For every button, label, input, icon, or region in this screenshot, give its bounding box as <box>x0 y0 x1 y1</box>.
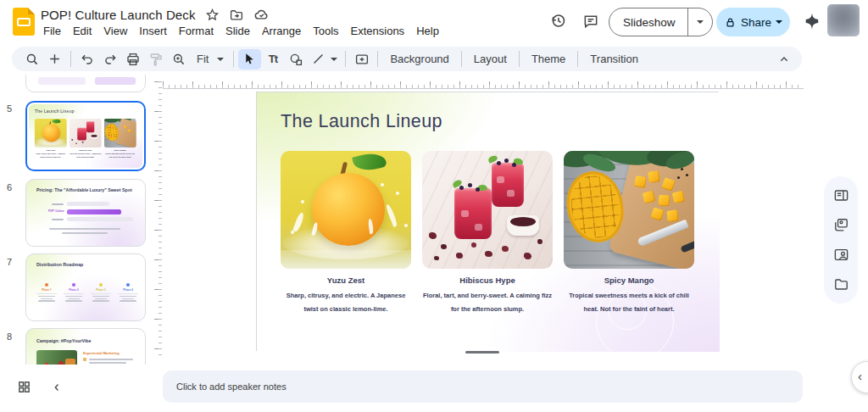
thumb6-bar2 <box>67 209 121 214</box>
text-box-icon: Tt <box>269 53 277 65</box>
print-icon[interactable] <box>121 49 144 70</box>
comments-icon[interactable] <box>582 13 599 30</box>
product-description[interactable]: Sharp, citrusy, and electric. A Japanese… <box>281 289 411 316</box>
image-search-icon[interactable] <box>833 247 849 263</box>
menu-help[interactable]: Help <box>410 23 445 39</box>
product-card-mango[interactable]: Spicy Mango Tropical sweetness meets a k… <box>564 151 694 316</box>
thumb5-card-hibiscus: Hibiscus Hype Floral, tart, and berry-sw… <box>70 119 102 159</box>
thumb5-preview: The Launch Lineup Yuzu Zest Sharp, citru… <box>29 104 142 168</box>
product-description[interactable]: Floral, tart, and berry-sweet. A calming… <box>422 289 553 316</box>
berry <box>512 163 516 167</box>
slide-thumbnail-8[interactable]: Campaign: #PopYourVibe Experiential Mark… <box>25 328 146 365</box>
product-name[interactable]: Yuzu Zest <box>281 276 411 285</box>
slideshow-button[interactable]: Slideshow <box>609 8 713 36</box>
menu-file[interactable]: File <box>37 23 67 39</box>
menu-bar: File Edit View Insert Format Slide Arran… <box>37 23 445 39</box>
thumb5-title: The Launch Lineup <box>35 109 75 114</box>
layout-button[interactable]: Layout <box>466 53 515 65</box>
speaker-notes[interactable]: Click to add speaker notes <box>163 370 803 403</box>
slide-filmstrip[interactable]: 5 The Launch Lineup Yuzu Zest Sharp, cit… <box>0 75 153 365</box>
product-card-yuzu[interactable]: Yuzu Zest Sharp, citrusy, and electric. … <box>281 151 411 316</box>
product-description[interactable]: Tropical sweetness meets a kick of chili… <box>564 289 694 316</box>
yuzu-image[interactable] <box>281 151 411 269</box>
new-slide-plus-icon[interactable] <box>43 49 66 70</box>
select-cursor-tool[interactable] <box>238 49 261 70</box>
slide-6-number: 6 <box>7 182 12 192</box>
search-menus-icon[interactable] <box>20 49 43 70</box>
menu-format[interactable]: Format <box>173 23 220 39</box>
current-slide[interactable]: The Launch Lineup <box>256 92 719 351</box>
menu-view[interactable]: View <box>97 23 133 39</box>
product-name[interactable]: Spicy Mango <box>564 276 694 285</box>
mango-cube <box>666 209 678 221</box>
line-tool-caret-icon[interactable] <box>331 58 337 61</box>
menu-edit[interactable]: Edit <box>67 23 97 39</box>
menu-extensions[interactable]: Extensions <box>345 23 411 39</box>
phase3-dot <box>99 283 103 287</box>
zoom-select[interactable]: Fit <box>190 53 229 65</box>
paint-format-icon[interactable] <box>144 49 167 70</box>
slide-thumbnail-4[interactable] <box>25 75 146 92</box>
slide-canvas[interactable]: The Launch Lineup <box>153 75 831 365</box>
toolbar-divider <box>577 51 578 67</box>
folder-icon[interactable] <box>833 276 849 292</box>
menu-slide[interactable]: Slide <box>220 23 256 39</box>
hibiscus-image[interactable] <box>422 151 553 269</box>
menu-arrange[interactable]: Arrange <box>256 23 307 39</box>
text-box-tool[interactable]: Tt <box>261 49 284 70</box>
water-droplet <box>381 183 384 187</box>
cloud-saved-icon[interactable] <box>253 7 270 23</box>
redo-icon[interactable] <box>98 49 121 70</box>
avatar-image <box>827 4 860 36</box>
zoom-in-icon[interactable] <box>167 49 190 70</box>
horizontal-scroll-indicator[interactable] <box>465 351 499 354</box>
account-avatar[interactable] <box>827 4 860 36</box>
slideshow-dropdown[interactable] <box>688 20 712 24</box>
version-history-icon[interactable] <box>549 12 567 30</box>
transition-button[interactable]: Transition <box>582 53 646 65</box>
thumb6-bar3-label <box>52 219 64 220</box>
menu-tools[interactable]: Tools <box>307 23 344 39</box>
undo-icon[interactable] <box>75 49 98 70</box>
slide-title[interactable]: The Launch Lineup <box>281 111 442 132</box>
grid-view-icon[interactable] <box>17 380 31 394</box>
slides-logo[interactable] <box>13 8 35 36</box>
line-tool[interactable] <box>307 49 330 70</box>
dried-petal <box>456 253 463 259</box>
thumb8-text-line <box>89 362 126 364</box>
gemini-sparkle-icon[interactable] <box>802 11 822 31</box>
background-button[interactable]: Background <box>382 53 456 65</box>
slide-thumbnail-6[interactable]: Pricing: The "Affordable Luxury" Sweet S… <box>25 179 146 247</box>
photo-stack-icon[interactable] <box>833 217 849 233</box>
share-button[interactable]: Share <box>716 8 790 36</box>
mango-image[interactable] <box>564 151 694 269</box>
water-surface <box>281 250 411 269</box>
thumb5-slide-content: The Launch Lineup Yuzu Zest Sharp, citru… <box>29 104 142 168</box>
outline-panel-icon[interactable] <box>833 187 849 203</box>
slide-thumbnail-5-selected[interactable]: The Launch Lineup Yuzu Zest Sharp, citru… <box>25 101 146 171</box>
menu-insert[interactable]: Insert <box>133 23 173 39</box>
share-dropdown-caret-icon[interactable] <box>776 20 782 24</box>
collapse-filmstrip-icon[interactable] <box>51 381 63 393</box>
dried-petal <box>485 251 492 257</box>
product-name[interactable]: Hibiscus Hype <box>422 276 553 285</box>
dried-petal <box>441 244 447 249</box>
thumb7-title: Distribution Roadmap <box>36 262 83 267</box>
theme-button[interactable]: Theme <box>524 53 573 65</box>
mango-cube <box>634 175 647 188</box>
insert-placeholder-icon[interactable] <box>350 49 373 70</box>
document-title[interactable]: POP! Culture Launch Deck <box>41 8 196 22</box>
phase1-dot <box>45 283 48 287</box>
slide-thumbnail-7[interactable]: Distribution Roadmap Phase 1 Phase 2 Pha… <box>25 253 146 321</box>
vertical-ruler <box>154 81 162 358</box>
yuzu-fruit <box>312 173 385 246</box>
main-toolbar: Fit Tt Background Layout Theme Transitio… <box>12 47 802 71</box>
product-card-hibiscus[interactable]: Hibiscus Hype Floral, tart, and berry-sw… <box>422 151 553 316</box>
star-icon[interactable] <box>205 8 220 22</box>
mango-cube <box>648 170 660 183</box>
collapse-toolbar-icon[interactable] <box>772 49 795 70</box>
dried-petal <box>502 246 509 252</box>
move-folder-icon[interactable] <box>229 8 244 23</box>
shape-tool[interactable] <box>284 49 307 70</box>
thumb5-card-mango: Spicy Mango Tropical sweetness meets a k… <box>104 119 136 159</box>
